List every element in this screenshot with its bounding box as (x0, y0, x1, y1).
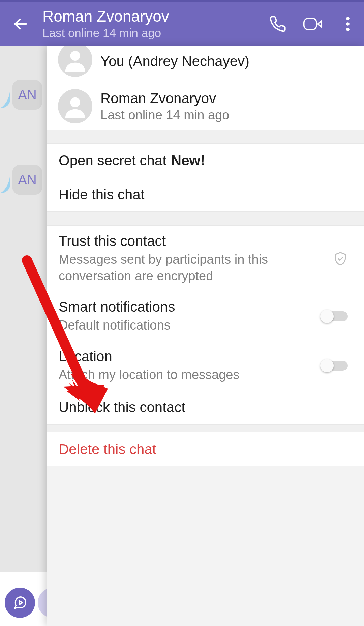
location-switch[interactable] (322, 361, 348, 371)
avatar (58, 89, 92, 123)
shield-check-icon (333, 251, 348, 266)
item-label: Hide this chat (59, 186, 345, 204)
bubble-tail-icon (0, 172, 10, 196)
compose-fab[interactable] (5, 588, 35, 618)
item-label: Open secret chat (59, 152, 166, 170)
smart-notifications-switch[interactable] (322, 311, 348, 321)
arrow-left-icon (12, 16, 29, 32)
svg-point-7 (70, 51, 80, 61)
chat-subtitle: Last online 14 min ago (42, 26, 263, 40)
trust-contact[interactable]: Trust this contact Messages sent by part… (47, 226, 364, 291)
app-bar-titles: Roman Zvonaryov Last online 14 min ago (42, 8, 263, 40)
svg-point-8 (70, 97, 80, 107)
smart-notifications[interactable]: Smart notifications Default notification… (47, 291, 364, 341)
item-subtitle: Attach my location to messages (59, 367, 315, 383)
svg-marker-6 (19, 601, 23, 605)
voice-call-button[interactable] (268, 14, 288, 34)
svg-marker-2 (318, 21, 322, 27)
item-title: Smart notifications (59, 299, 315, 315)
item-subtitle: Default notifications (59, 317, 315, 334)
menu-button[interactable] (338, 14, 358, 34)
item-title: Unblock this contact (59, 399, 345, 417)
participant-status: Last online 14 min ago (100, 108, 229, 122)
avatar-chip: AN (12, 80, 42, 110)
participant-you[interactable]: You (Andrey Nechayev) (47, 46, 364, 83)
location[interactable]: Location Attach my location to messages (47, 341, 364, 391)
svg-point-4 (346, 22, 350, 26)
svg-rect-1 (304, 18, 317, 30)
hide-chat[interactable]: Hide this chat (47, 178, 364, 212)
item-title: Location (59, 348, 315, 365)
person-icon (63, 48, 87, 72)
svg-point-3 (346, 17, 350, 20)
chat-bubble-icon (12, 595, 28, 610)
new-badge: New! (171, 152, 205, 170)
video-call-button[interactable] (303, 14, 323, 34)
item-title: Trust this contact (59, 233, 326, 249)
item-subtitle: Messages sent by participants in this co… (59, 251, 326, 284)
participant-name: Roman Zvonaryov (100, 90, 229, 107)
app-bar: Roman Zvonaryov Last online 14 min ago (0, 2, 364, 46)
item-title: Delete this chat (59, 440, 345, 458)
avatar (58, 46, 92, 77)
phone-icon (269, 15, 286, 33)
chat-title: Roman Zvonaryov (42, 8, 263, 24)
participant-name: You (Andrey Nechayev) (100, 53, 249, 69)
bubble-tail-icon (0, 87, 10, 111)
more-vertical-icon (346, 17, 350, 31)
back-button[interactable] (9, 12, 32, 36)
unblock-contact[interactable]: Unblock this contact (47, 391, 364, 425)
chat-info-panel: You (Andrey Nechayev) Roman Zvonaryov La… (47, 46, 364, 626)
delete-chat[interactable]: Delete this chat (47, 432, 364, 466)
participant-contact[interactable]: Roman Zvonaryov Last online 14 min ago (47, 83, 364, 130)
person-icon (63, 94, 87, 118)
open-secret-chat[interactable]: Open secret chat New! (47, 144, 364, 178)
avatar-chip: AN (12, 165, 42, 195)
svg-point-5 (346, 28, 350, 31)
video-icon (303, 16, 323, 32)
